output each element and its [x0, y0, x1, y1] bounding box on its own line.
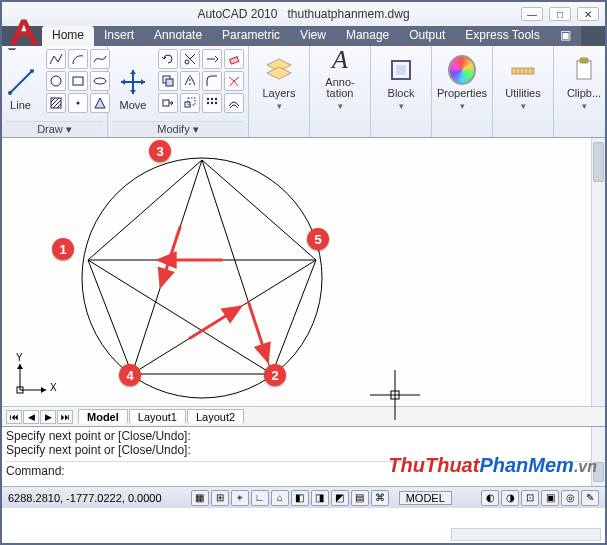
panel-modify: Move Modify ▾ — [108, 46, 249, 137]
ucs-icon: Y X — [14, 356, 54, 400]
status-toggle-0[interactable]: ▦ — [191, 490, 209, 506]
model-space-button[interactable]: MODEL — [399, 491, 452, 505]
status-toggles: ▦⊞⌖∟⌂◧◨◩▤⌘ — [191, 490, 389, 506]
title-bar: AutoCAD 2010 thuthuatphanmem.dwg — □ ✕ — [2, 2, 605, 26]
status-toggle-r-2[interactable]: ⊡ — [521, 490, 539, 506]
tab-view[interactable]: View — [290, 26, 336, 46]
status-toggle-8[interactable]: ▤ — [351, 490, 369, 506]
tab-nav-next[interactable]: ▶ — [40, 410, 56, 424]
tab-home[interactable]: Home — [42, 26, 94, 46]
panel-properties: Properties — [432, 46, 493, 137]
tab-annotate[interactable]: Annotate — [144, 26, 212, 46]
svg-point-6 — [94, 78, 106, 84]
panel-draw-title[interactable]: Draw ▾ — [6, 121, 103, 137]
panel-block: Block — [371, 46, 432, 137]
point-icon[interactable] — [68, 93, 88, 113]
svg-point-20 — [211, 102, 213, 104]
file-name: thuthuatphanmem.dwg — [287, 7, 409, 21]
status-toggle-1[interactable]: ⊞ — [211, 490, 229, 506]
close-button[interactable]: ✕ — [577, 7, 599, 21]
extend-icon[interactable] — [202, 49, 222, 69]
ellipse-icon[interactable] — [90, 71, 110, 91]
copy-icon[interactable] — [158, 71, 178, 91]
status-toggle-r-3[interactable]: ▣ — [541, 490, 559, 506]
fillet-icon[interactable] — [202, 71, 222, 91]
svg-rect-26 — [580, 58, 588, 63]
tab-layout1[interactable]: Layout1 — [129, 409, 186, 424]
tab-nav-first[interactable]: ⏮ — [6, 410, 22, 424]
tab-express-tools[interactable]: Express Tools — [455, 26, 549, 46]
tab-manage[interactable]: Manage — [336, 26, 399, 46]
tab-layout2[interactable]: Layout2 — [187, 409, 244, 424]
status-toggle-6[interactable]: ◨ — [311, 490, 329, 506]
line-button[interactable]: Line — [0, 49, 42, 111]
region-icon[interactable] — [90, 93, 110, 113]
spline-icon[interactable] — [90, 49, 110, 69]
panel-layers: Layers — [249, 46, 310, 137]
svg-point-2 — [8, 91, 12, 95]
block-label: Block — [388, 87, 415, 99]
properties-button[interactable]: Properties — [436, 49, 488, 111]
text-icon: A — [332, 45, 348, 75]
stretch-icon[interactable] — [158, 93, 178, 113]
tab-nav-prev[interactable]: ◀ — [23, 410, 39, 424]
status-toggle-r-0[interactable]: ◐ — [481, 490, 499, 506]
tab-extra-icon[interactable]: ▣ — [550, 26, 581, 46]
svg-point-18 — [215, 98, 217, 100]
panel-draw: Line Draw ▾ — [2, 46, 108, 137]
horizontal-scrollbar[interactable] — [451, 528, 601, 541]
maximize-button[interactable]: □ — [549, 7, 571, 21]
annotation-button[interactable]: A Anno- tation — [314, 49, 366, 111]
rectangle-icon[interactable] — [68, 71, 88, 91]
vertical-scrollbar[interactable] — [591, 138, 605, 406]
status-toggle-9[interactable]: ⌘ — [371, 490, 389, 506]
polyline-icon[interactable] — [46, 49, 66, 69]
svg-point-16 — [207, 98, 209, 100]
offset-icon[interactable] — [224, 93, 244, 113]
arc-icon[interactable] — [68, 49, 88, 69]
move-button[interactable]: Move — [112, 49, 154, 111]
hatch-icon[interactable] — [46, 93, 66, 113]
tab-nav-last[interactable]: ⏭ — [57, 410, 73, 424]
utilities-button[interactable]: Utilities — [497, 49, 549, 111]
mirror-icon[interactable] — [180, 71, 200, 91]
svg-rect-7 — [51, 98, 61, 108]
block-button[interactable]: Block — [375, 49, 427, 111]
status-toggle-4[interactable]: ⌂ — [271, 490, 289, 506]
app-logo-icon[interactable] — [6, 16, 40, 50]
clipboard-button[interactable]: Clipb... — [558, 49, 607, 111]
explode-icon[interactable] — [224, 71, 244, 91]
tab-output[interactable]: Output — [399, 26, 455, 46]
svg-marker-0 — [8, 48, 17, 50]
line-label: Line — [10, 99, 31, 111]
trim-icon[interactable] — [180, 49, 200, 69]
tab-model[interactable]: Model — [78, 409, 128, 424]
status-toggle-5[interactable]: ◧ — [291, 490, 309, 506]
status-toggle-r-4[interactable]: ◎ — [561, 490, 579, 506]
move-label: Move — [120, 99, 147, 111]
layers-button[interactable]: Layers — [253, 49, 305, 111]
vertex-marker-3: 3 — [149, 140, 171, 162]
svg-line-1 — [10, 71, 32, 93]
status-toggle-7[interactable]: ◩ — [331, 490, 349, 506]
erase-icon[interactable] — [224, 49, 244, 69]
status-toggle-2[interactable]: ⌖ — [231, 490, 249, 506]
array-icon[interactable] — [202, 93, 222, 113]
svg-rect-13 — [163, 100, 169, 106]
panel-utilities: Utilities — [493, 46, 554, 137]
drawing-canvas[interactable]: Y X 1 2 3 4 5 — [2, 138, 605, 406]
scale-icon[interactable] — [180, 93, 200, 113]
axis-x-label: X — [50, 382, 57, 393]
minimize-button[interactable]: — — [521, 7, 543, 21]
tab-insert[interactable]: Insert — [94, 26, 144, 46]
tab-parametric[interactable]: Parametric — [212, 26, 290, 46]
status-toggle-r-5[interactable]: ✎ — [581, 490, 599, 506]
annotation-label: Anno- tation — [325, 77, 354, 99]
rotate-icon[interactable] — [158, 49, 178, 69]
panel-clipboard: Clipb... — [554, 46, 607, 137]
vertex-marker-4: 4 — [119, 364, 141, 386]
status-toggle-3[interactable]: ∟ — [251, 490, 269, 506]
status-toggle-r-1[interactable]: ◑ — [501, 490, 519, 506]
circle-icon[interactable] — [46, 71, 66, 91]
panel-modify-title[interactable]: Modify ▾ — [112, 121, 244, 137]
